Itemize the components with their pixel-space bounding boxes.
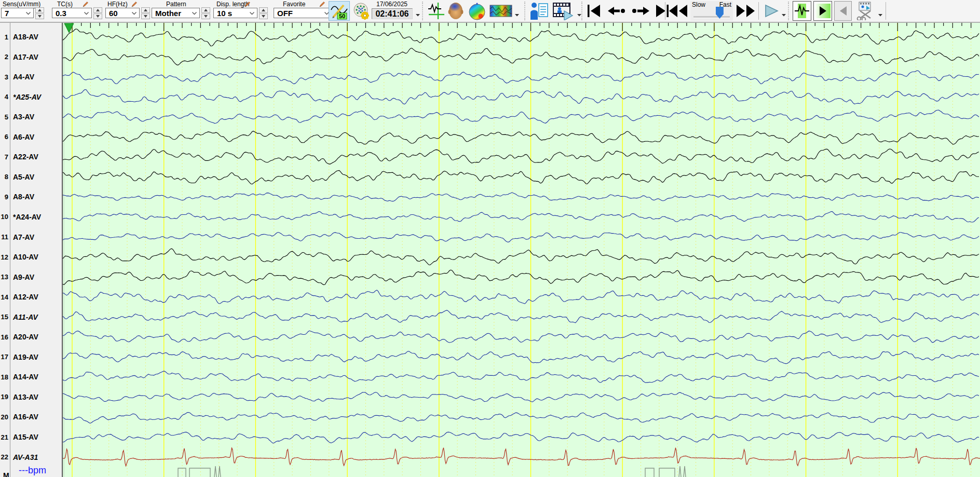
channel-row[interactable]: 13A9-AV: [0, 272, 62, 282]
hf-spinner-up[interactable]: [141, 7, 150, 13]
channel-number: 12: [0, 253, 8, 261]
video-button[interactable]: [551, 1, 575, 21]
edit-pencil-icon[interactable]: [82, 1, 89, 8]
sens-combobox[interactable]: 7: [1, 8, 34, 18]
montage-settings-button[interactable]: [351, 1, 371, 21]
edit-pencil-icon[interactable]: [131, 1, 138, 8]
play-button[interactable]: [762, 1, 781, 21]
separator: [422, 2, 423, 20]
channel-row[interactable]: 3A4-AV: [0, 72, 62, 82]
video-clip-button[interactable]: [854, 1, 877, 21]
channel-row[interactable]: 19A13-AV: [0, 392, 62, 402]
hf-combobox[interactable]: 60: [105, 8, 140, 18]
play-dropdown-arrow[interactable]: [782, 13, 787, 18]
favorite-combobox[interactable]: OFF: [274, 8, 332, 18]
edit-pencil-icon[interactable]: [319, 1, 325, 8]
head-3d-map-button[interactable]: [446, 1, 466, 21]
chevron-down-icon: [25, 11, 31, 15]
channel-row[interactable]: 4*A25-AV: [0, 92, 62, 102]
channel-row[interactable]: 15A11-AV: [0, 312, 62, 322]
channel-row[interactable]: 21A15-AV: [0, 432, 62, 442]
disp-length-spinner-up[interactable]: [259, 7, 268, 13]
channel-row[interactable]: 22AV-A31: [0, 452, 62, 462]
fast-forward-button[interactable]: [735, 1, 757, 21]
svg-text:50: 50: [338, 13, 345, 19]
channel-row[interactable]: 16A20-AV: [0, 332, 62, 342]
electrode-head-gear-icon: [352, 2, 371, 20]
edit-pencil-icon[interactable]: [244, 1, 251, 8]
play-icon: [764, 4, 779, 18]
arrow-left-dot-icon: [607, 4, 627, 18]
separator: [665, 2, 665, 20]
channel-row[interactable]: 5A3-AV: [0, 112, 62, 122]
clip-dropdown-arrow[interactable]: [878, 13, 883, 18]
current-time: 02:41:06: [372, 8, 413, 19]
pattern-combobox[interactable]: Mother: [152, 8, 200, 18]
channel-number: 4: [0, 93, 8, 101]
disp-length-value: 10 s: [217, 9, 232, 18]
channel-number: 10: [0, 213, 8, 221]
play-green-icon: [815, 4, 831, 18]
channel-number: 14: [0, 293, 8, 301]
channel-name: A20-AV: [13, 333, 38, 341]
channel-row[interactable]: 20A16-AV: [0, 412, 62, 422]
channel-name: A13-AV: [13, 393, 38, 401]
rewind-icon: [668, 4, 688, 18]
signal-marker-button[interactable]: [426, 1, 446, 21]
tc-spinner-down[interactable]: [93, 13, 102, 19]
rewind-button[interactable]: [667, 1, 689, 21]
review-play-button[interactable]: [813, 1, 832, 21]
channel-name: A12-AV: [13, 293, 38, 301]
channel-name: A8-AV: [13, 193, 34, 201]
chevron-down-icon: [131, 11, 137, 15]
fast-forward-icon: [736, 4, 756, 18]
pattern-spinner-up[interactable]: [201, 7, 210, 13]
channel-name: *A24-AV: [13, 213, 41, 221]
review-back-button-disabled[interactable]: [834, 1, 852, 21]
sens-spinner-up[interactable]: [35, 7, 44, 13]
channel-row[interactable]: 9A8-AV: [0, 192, 62, 202]
sens-value: 7: [5, 9, 9, 18]
channel-row[interactable]: 17A19-AV: [0, 352, 62, 362]
prev-page-button[interactable]: [605, 1, 628, 21]
channel-number: 17: [0, 353, 8, 361]
channel-row[interactable]: 6A6-AV: [0, 132, 62, 142]
maps-dropdown-arrow[interactable]: [515, 13, 520, 18]
topo-map-button[interactable]: [467, 1, 487, 21]
channel-label-panel: ---bpm M 1A18-AV2A17-AV3A4-AV4*A25-AV5A3…: [0, 23, 63, 477]
channel-row[interactable]: 14A12-AV: [0, 292, 62, 302]
tc-spinner-up[interactable]: [93, 7, 102, 13]
sens-spinner-down[interactable]: [35, 13, 44, 19]
channel-row[interactable]: 18A14-AV: [0, 372, 62, 382]
review-wave-button[interactable]: [793, 1, 811, 21]
channel-number: 11: [0, 233, 8, 241]
eeg-display[interactable]: [63, 23, 980, 477]
channel-row[interactable]: 2A17-AV: [0, 52, 62, 62]
datetime-dropdown-arrow[interactable]: [416, 13, 421, 18]
pattern-value: Mother: [155, 9, 181, 18]
spectrogram-button[interactable]: [488, 1, 513, 21]
hf-value: 60: [109, 9, 118, 18]
eeg-canvas: [63, 23, 980, 477]
disp-length-combobox[interactable]: 10 s: [213, 8, 257, 18]
disp-length-spinner-down[interactable]: [259, 13, 268, 19]
channel-row[interactable]: 12A10-AV: [0, 252, 62, 262]
channel-row[interactable]: 1A18-AV: [0, 32, 62, 42]
next-page-button[interactable]: [629, 1, 652, 21]
channel-row[interactable]: 11A7-AV: [0, 232, 62, 242]
channel-name: A5-AV: [13, 173, 34, 181]
channel-name: A3-AV: [13, 113, 34, 121]
pattern-spinner-down[interactable]: [201, 13, 210, 19]
patient-info-button[interactable]: [529, 1, 550, 21]
channel-name: A18-AV: [13, 33, 38, 41]
hf-spinner-down[interactable]: [141, 13, 150, 19]
go-first-button[interactable]: [584, 1, 603, 21]
notch-filter-button[interactable]: 50: [329, 1, 350, 21]
channel-row[interactable]: 10*A24-AV: [0, 212, 62, 222]
speed-slider-track[interactable]: [693, 16, 730, 18]
tc-combobox[interactable]: 0.3: [52, 8, 92, 18]
separator: [886, 2, 886, 20]
channel-row[interactable]: 7A22-AV: [0, 152, 62, 162]
channel-row[interactable]: 8A5-AV: [0, 172, 62, 182]
pattern-label: Pattern: [166, 1, 186, 8]
